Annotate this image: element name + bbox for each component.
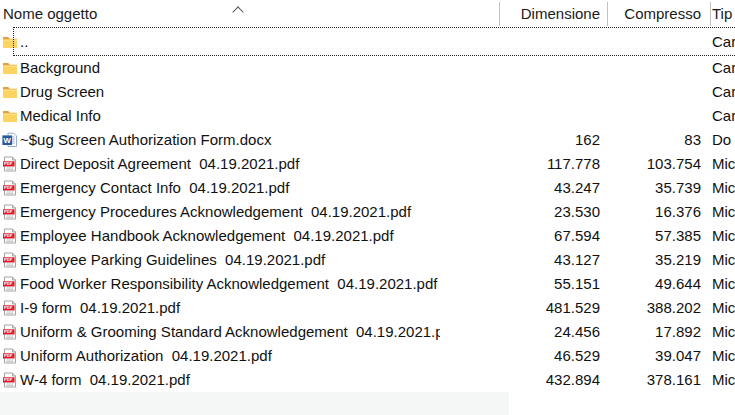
file-compressed-size: 35.739 [601,176,701,200]
table-row[interactable]: .. Car [0,27,735,56]
file-type: Car [712,104,735,128]
pdf-icon: PDF [2,228,18,244]
file-type: Mic [712,344,735,368]
file-compressed-size: 378.161 [601,368,701,392]
table-row[interactable]: PDF Employee Parking Guidelines 04.19.20… [0,248,735,272]
file-compressed-size: 39.047 [601,344,701,368]
table-row[interactable]: PDF Direct Deposit Agreement 04.19.2021.… [0,152,735,176]
file-name: Emergency Contact Info 04.19.2021.pdf [20,176,440,200]
pdf-icon: PDF [2,180,18,196]
pdf-icon: PDF [2,276,18,292]
table-row[interactable]: PDF W-4 form 04.19.2021.pdf 432.894 378.… [0,368,735,392]
file-size: 43.127 [440,248,600,272]
file-size: 67.594 [440,224,600,248]
file-size: 43.247 [440,176,600,200]
svg-text:PDF: PDF [4,305,13,310]
pdf-icon: PDF [2,300,18,316]
file-name: Background [20,56,440,80]
table-row[interactable]: PDF Uniform & Grooming Standard Acknowle… [0,320,735,344]
folder-icon [2,84,18,100]
file-name: Direct Deposit Agreement 04.19.2021.pdf [20,152,440,176]
file-size: 481.529 [440,296,600,320]
file-type: Mic [712,272,735,296]
table-row[interactable]: Drug Screen Car [0,80,735,104]
file-size: 46.529 [440,344,600,368]
file-name: ~$ug Screen Authorization Form.docx [20,128,440,152]
file-name: Employee Handbook Acknowledgement 04.19.… [20,224,440,248]
bottom-panel-gray-area [0,392,509,415]
folder-icon [2,60,18,76]
pdf-icon: PDF [2,252,18,268]
folder-icon [2,108,18,124]
table-row[interactable]: PDF I-9 form 04.19.2021.pdf 481.529 388.… [0,296,735,320]
svg-text:PDF: PDF [4,185,13,190]
table-row[interactable]: PDF Emergency Procedures Acknowledgement… [0,200,735,224]
file-type: Car [712,56,735,80]
file-compressed-size: 35.219 [601,248,701,272]
file-size: 162 [440,128,600,152]
file-list-window: Nome oggetto Dimensione Compresso Tip ..… [0,0,735,415]
pdf-icon: PDF [2,348,18,364]
pdf-icon: PDF [2,372,18,388]
svg-text:PDF: PDF [4,233,13,238]
file-compressed-size: 49.644 [601,272,701,296]
file-type: Mic [712,224,735,248]
pdf-icon: PDF [2,372,18,388]
file-name: Drug Screen [20,80,440,104]
table-row[interactable]: PDF Uniform Authorization 04.19.2021.pdf… [0,344,735,368]
table-row[interactable]: PDF Employee Handbook Acknowledgement 04… [0,224,735,248]
svg-text:PDF: PDF [4,329,13,334]
file-size: 23.530 [440,200,600,224]
file-name: Employee Parking Guidelines 04.19.2021.p… [20,248,440,272]
file-type: Mic [712,296,735,320]
file-compressed-size: 17.892 [601,320,701,344]
file-name: W-4 form 04.19.2021.pdf [20,368,440,392]
pdf-icon: PDF [2,228,18,244]
svg-text:PDF: PDF [4,281,13,286]
svg-text:PDF: PDF [4,161,13,166]
svg-text:PDF: PDF [4,257,13,262]
file-type: Car [712,80,735,104]
pdf-icon: PDF [2,156,18,172]
file-size: 432.894 [440,368,600,392]
pdf-icon: PDF [2,348,18,364]
file-name: Food Worker Responsibility Acknowledgeme… [20,272,440,296]
file-type: Do [712,128,735,152]
file-list: .. Car Background Car Drug Screen Car [0,0,735,392]
folder-icon [2,108,18,124]
file-name: Medical Info [20,104,440,128]
file-type: Mic [712,176,735,200]
pdf-icon: PDF [2,300,18,316]
folder-icon [2,60,18,76]
svg-text:W: W [3,136,11,145]
file-name: .. [20,27,440,56]
pdf-icon: PDF [2,324,18,340]
pdf-icon: PDF [2,324,18,340]
file-type: Mic [712,368,735,392]
table-row[interactable]: PDF Food Worker Responsibility Acknowled… [0,272,735,296]
file-type: Car [712,27,735,56]
pdf-icon: PDF [2,204,18,220]
table-row[interactable]: Background Car [0,56,735,80]
file-name: Uniform & Grooming Standard Acknowledgem… [20,320,440,344]
file-type: Mic [712,200,735,224]
pdf-icon: PDF [2,276,18,292]
word-doc-icon: W [2,132,18,148]
pdf-icon: PDF [2,252,18,268]
file-size: 24.456 [440,320,600,344]
svg-text:PDF: PDF [4,353,13,358]
table-row[interactable]: W ~$ug Screen Authorization Form.docx 16… [0,128,735,152]
file-compressed-size: 388.202 [601,296,701,320]
table-row[interactable]: Medical Info Car [0,104,735,128]
file-size: 117.778 [440,152,600,176]
file-type: Mic [712,152,735,176]
pdf-icon: PDF [2,156,18,172]
file-compressed-size: 83 [601,128,701,152]
svg-text:PDF: PDF [4,209,13,214]
file-name: Uniform Authorization 04.19.2021.pdf [20,344,440,368]
file-name: I-9 form 04.19.2021.pdf [20,296,440,320]
file-type: Mic [712,248,735,272]
table-row[interactable]: PDF Emergency Contact Info 04.19.2021.pd… [0,176,735,200]
pdf-icon: PDF [2,180,18,196]
folder-icon [2,34,18,50]
